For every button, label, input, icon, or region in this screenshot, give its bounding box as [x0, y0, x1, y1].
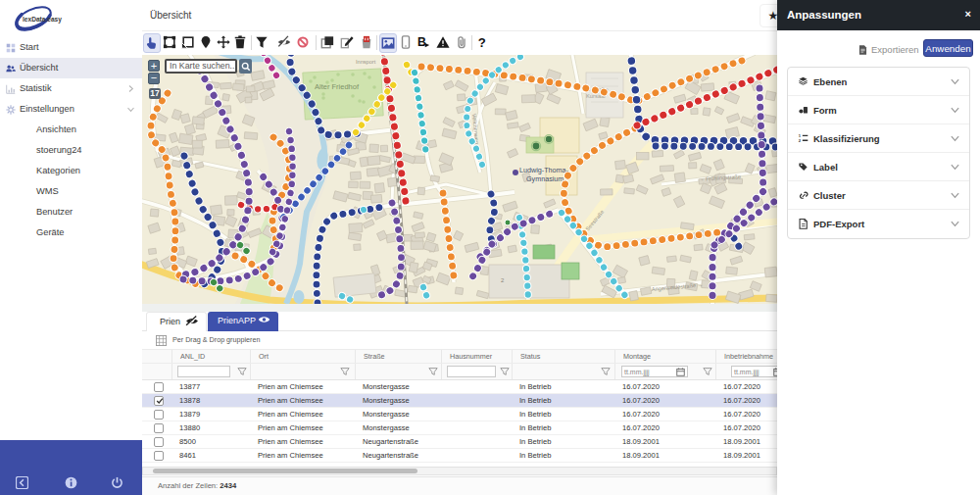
svg-text:Innsport: Innsport: [356, 59, 376, 65]
svg-text:lexData.easy: lexData.easy: [23, 16, 62, 24]
svg-text:?: ?: [478, 35, 486, 49]
svg-text:Gymnasium: Gymnasium: [526, 174, 564, 183]
svg-text:2: 2: [799, 138, 802, 143]
svg-text:Alter Friedhof: Alter Friedhof: [315, 82, 360, 91]
svg-text:B: B: [417, 35, 426, 49]
svg-text:Ludwig-Thoma-: Ludwig-Thoma-: [519, 166, 569, 174]
